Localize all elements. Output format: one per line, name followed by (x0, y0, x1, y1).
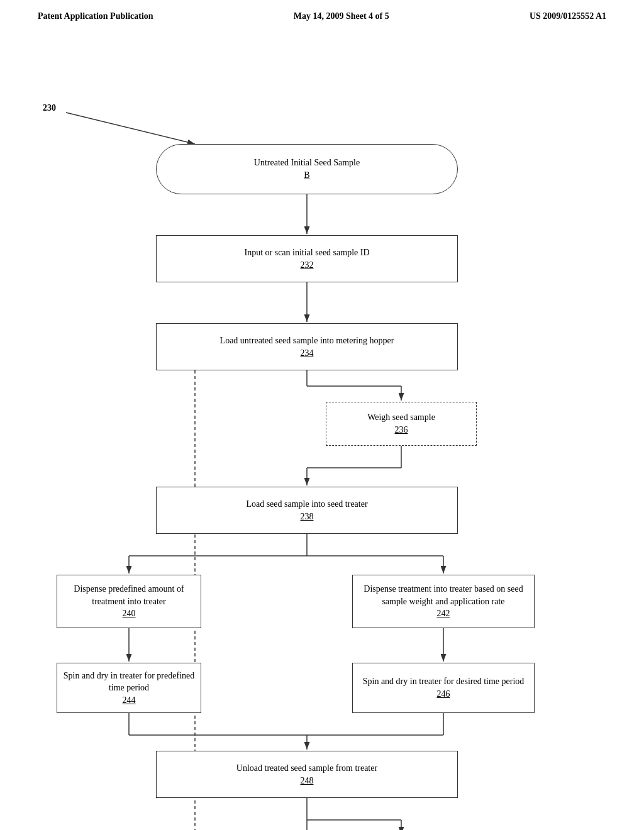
header-middle: May 14, 2009 Sheet 4 of 5 (294, 11, 389, 21)
box-label-untreated-initial: Untreated Initial Seed Sample (254, 157, 360, 169)
flow-box-dispense-predefined: Dispense predefined amount of treatment … (57, 575, 201, 628)
ref-230: 230 (43, 103, 56, 113)
box-sublabel-dispense-predefined: 240 (123, 607, 136, 620)
flow-box-input-scan: Input or scan initial seed sample ID232 (156, 235, 458, 282)
svg-line-1 (66, 113, 195, 144)
box-sublabel-unload-treated: 248 (301, 775, 314, 787)
flow-box-dispense-treatment: Dispense treatment into treater based on… (352, 575, 535, 628)
header-right: US 2009/0125552 A1 (530, 11, 606, 21)
box-label-dispense-treatment: Dispense treatment into treater based on… (353, 583, 534, 607)
flow-box-unload-treated: Unload treated seed sample from treater2… (156, 751, 458, 798)
box-sublabel-input-scan: 232 (301, 259, 314, 272)
flow-box-load-treater: Load seed sample into seed treater238 (156, 487, 458, 534)
box-label-spin-dry-predefined: Spin and dry in treater for predefined t… (57, 670, 201, 694)
flow-box-spin-dry-desired: Spin and dry in treater for desired time… (352, 663, 535, 713)
flow-box-untreated-initial: Untreated Initial Seed SampleB (156, 144, 458, 194)
box-label-input-scan: Input or scan initial seed sample ID (244, 246, 369, 259)
flow-box-spin-dry-predefined: Spin and dry in treater for predefined t… (57, 663, 201, 713)
box-sublabel-untreated-initial: B (304, 169, 309, 182)
box-label-load-treater: Load seed sample into seed treater (246, 498, 367, 511)
box-sublabel-spin-dry-desired: 246 (437, 688, 450, 700)
box-sublabel-spin-dry-predefined: 244 (123, 694, 136, 707)
box-label-weigh-seed: Weigh seed sample (367, 411, 435, 424)
box-label-dispense-predefined: Dispense predefined amount of treatment … (57, 583, 201, 607)
box-label-load-untreated: Load untreated seed sample into metering… (220, 335, 394, 347)
box-sublabel-weigh-seed: 236 (395, 424, 408, 436)
header-left: Patent Application Publication (38, 11, 153, 21)
box-sublabel-load-treater: 238 (301, 511, 314, 523)
box-sublabel-load-untreated: 234 (301, 347, 314, 360)
flow-box-weigh-seed: Weigh seed sample236 (326, 402, 477, 446)
box-label-spin-dry-desired: Spin and dry in treater for desired time… (363, 675, 525, 688)
flow-box-load-untreated: Load untreated seed sample into metering… (156, 323, 458, 370)
box-label-unload-treated: Unload treated seed sample from treater (236, 762, 377, 775)
box-sublabel-dispense-treatment: 242 (437, 607, 450, 620)
